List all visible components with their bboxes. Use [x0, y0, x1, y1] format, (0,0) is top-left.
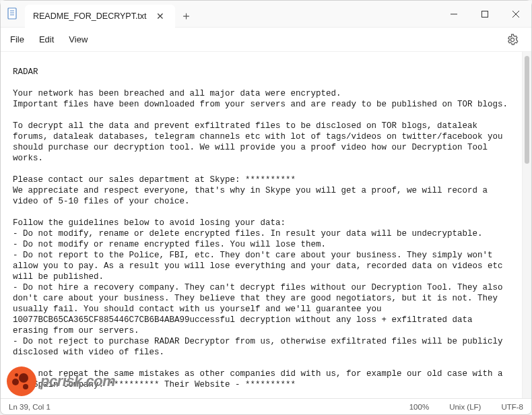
text-p5: - Do not repeat the same mistakes as oth… — [13, 369, 508, 389]
scrollbar-thumb[interactable] — [525, 56, 529, 164]
svg-rect-0 — [8, 8, 16, 19]
text-title: RADAR — [13, 67, 38, 77]
scrollbar[interactable] — [522, 52, 531, 398]
close-tab-icon[interactable]: ✕ — [154, 11, 167, 22]
settings-button[interactable] — [503, 30, 522, 49]
status-encoding[interactable]: UTF-8 — [501, 403, 523, 411]
svg-rect-5 — [482, 11, 488, 18]
text-p4: Follow the guidelines below to avoid los… — [13, 218, 286, 228]
new-tab-button[interactable]: ＋ — [175, 5, 198, 27]
text-p3: Please contact our sales department at S… — [13, 175, 493, 206]
text-p1: Your network has been breached and all m… — [13, 89, 508, 109]
maximize-button[interactable] — [469, 1, 500, 28]
menubar: File Edit View — [1, 28, 531, 52]
text-b2: - Do not modify or rename encrypted file… — [13, 240, 326, 249]
titlebar: README_FOR_DECRYPT.txt ✕ ＋ — [1, 1, 531, 28]
tab-title: README_FOR_DECRYPT.txt — [33, 11, 147, 21]
menu-edit[interactable]: Edit — [39, 34, 54, 44]
editor-wrap: RADAR Your network has been breached and… — [1, 52, 531, 398]
status-eol[interactable]: Unix (LF) — [449, 403, 481, 411]
gear-icon — [506, 34, 519, 46]
text-b4: - Do not hire a recovery company. They c… — [13, 283, 508, 336]
window-controls — [438, 1, 531, 27]
app-icon — [1, 1, 25, 27]
text-b5: - Do not reject to purchase RADAR Decryp… — [13, 337, 508, 357]
text-p2: To decrypt all the data and prevent exfi… — [13, 121, 508, 163]
status-zoom[interactable]: 100% — [409, 403, 429, 411]
close-window-button[interactable] — [500, 1, 531, 28]
text-b3: - Do not report to the Police, FBI, etc.… — [13, 251, 508, 282]
text-b1: - Do not modify, rename or delete encryp… — [13, 229, 483, 238]
file-tab[interactable]: README_FOR_DECRYPT.txt ✕ — [25, 5, 175, 28]
statusbar: Ln 39, Col 1 100% Unix (LF) UTF-8 — [1, 398, 531, 414]
menu-file[interactable]: File — [10, 34, 24, 44]
app-window: README_FOR_DECRYPT.txt ✕ ＋ File Edit Vie… — [0, 0, 532, 415]
minimize-button[interactable] — [438, 1, 469, 28]
editor-content[interactable]: RADAR Your network has been breached and… — [1, 52, 522, 398]
status-position[interactable]: Ln 39, Col 1 — [9, 403, 51, 411]
menu-view[interactable]: View — [69, 34, 88, 44]
